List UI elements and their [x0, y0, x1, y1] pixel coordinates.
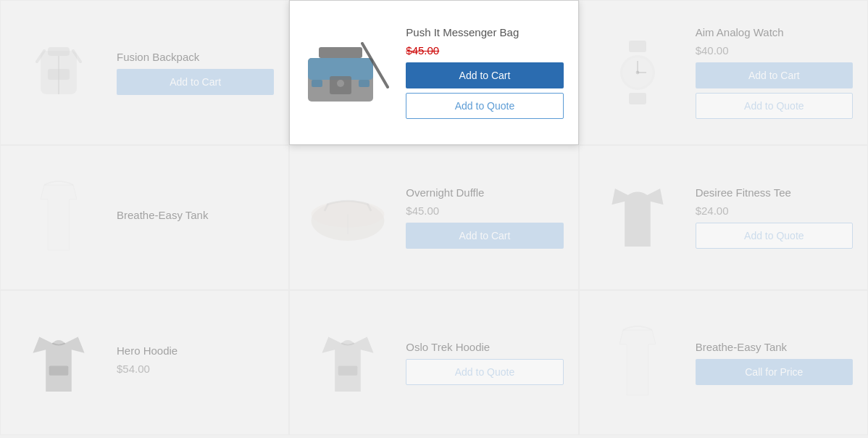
svg-rect-15	[629, 93, 646, 104]
product-name-aim-analog-watch: Aim Analog Watch	[696, 26, 853, 38]
product-card-push-it-messenger-bag: Push It Messenger Bag$45.00Add to CartAd…	[289, 0, 578, 145]
product-name-breathe-easy-tank-1: Breathe-Easy Tank	[117, 209, 274, 221]
product-grid: Fusion BackpackAdd to Cart Push It Messe…	[0, 0, 868, 438]
product-image-breathe-easy-tank-2	[594, 319, 681, 406]
svg-rect-13	[359, 80, 370, 87]
add-to-cart-button-push-it-messenger-bag[interactable]: Add to Cart	[406, 62, 563, 88]
product-name-hero-hoodie: Hero Hoodie	[117, 344, 274, 357]
product-image-overnight-duffle	[304, 174, 391, 261]
product-info-breathe-easy-tank-1: Breathe-Easy Tank	[117, 209, 274, 227]
product-buttons-aim-analog-watch: Add to CartAdd to Quote	[696, 62, 853, 119]
product-price-aim-analog-watch: $40.00	[696, 44, 853, 57]
product-image-aim-analog-watch	[594, 29, 681, 116]
add-to-cart-button-overnight-duffle[interactable]: Add to Cart	[406, 223, 563, 249]
product-buttons-overnight-duffle: Add to Cart	[406, 223, 563, 249]
product-card-fusion-backpack: Fusion BackpackAdd to Cart	[0, 0, 289, 145]
product-info-overnight-duffle: Overnight Duffle$45.00Add to Cart	[406, 186, 563, 249]
product-image-fusion-backpack	[15, 29, 102, 116]
add-to-quote-button-oslo-trek-hoodie[interactable]: Add to Quote	[406, 359, 563, 385]
product-buttons-breathe-easy-tank-2: Call for Price	[696, 359, 853, 385]
product-card-hero-hoodie: Hero Hoodie$54.00	[0, 290, 289, 435]
product-card-breathe-easy-tank-2: Breathe-Easy TankCall for Price	[579, 290, 868, 435]
svg-point-11	[337, 80, 344, 87]
product-buttons-oslo-trek-hoodie: Add to Quote	[406, 359, 563, 385]
svg-point-20	[635, 71, 639, 75]
product-buttons-push-it-messenger-bag: Add to CartAdd to Quote	[406, 62, 563, 119]
add-to-quote-button-desiree-fitness-tee[interactable]: Add to Quote	[696, 223, 853, 249]
product-info-push-it-messenger-bag: Push It Messenger Bag$45.00Add to CartAd…	[406, 26, 563, 119]
product-price-push-it-messenger-bag: $45.00	[406, 44, 563, 57]
product-image-oslo-trek-hoodie	[304, 319, 391, 406]
product-name-breathe-easy-tank-2: Breathe-Easy Tank	[696, 341, 853, 353]
svg-rect-1	[48, 47, 70, 56]
product-card-breathe-easy-tank-1: Breathe-Easy Tank	[0, 145, 289, 290]
svg-rect-3	[48, 69, 70, 80]
product-info-breathe-easy-tank-2: Breathe-Easy TankCall for Price	[696, 341, 853, 385]
product-image-desiree-fitness-tee	[594, 174, 681, 261]
call-for-price-button-breathe-easy-tank-2[interactable]: Call for Price	[696, 359, 853, 385]
product-card-aim-analog-watch: Aim Analog Watch$40.00Add to CartAdd to …	[579, 0, 868, 145]
product-info-oslo-trek-hoodie: Oslo Trek HoodieAdd to Quote	[406, 341, 563, 385]
product-price-overnight-duffle: $45.00	[406, 204, 563, 217]
product-name-overnight-duffle: Overnight Duffle	[406, 186, 563, 199]
product-name-fusion-backpack: Fusion Backpack	[117, 51, 274, 63]
product-card-oslo-trek-hoodie: Oslo Trek HoodieAdd to Quote	[289, 290, 578, 435]
svg-rect-14	[629, 41, 646, 52]
svg-rect-8	[319, 47, 362, 58]
product-image-push-it-messenger-bag	[304, 29, 391, 116]
product-card-overnight-duffle: Overnight Duffle$45.00Add to Cart	[289, 145, 578, 290]
product-info-hero-hoodie: Hero Hoodie$54.00	[117, 344, 274, 381]
product-buttons-fusion-backpack: Add to Cart	[117, 69, 274, 95]
add-to-cart-button-fusion-backpack[interactable]: Add to Cart	[117, 69, 274, 95]
product-image-hero-hoodie	[15, 319, 102, 406]
product-info-desiree-fitness-tee: Desiree Fitness Tee$24.00Add to Quote	[696, 186, 853, 249]
product-price-desiree-fitness-tee: $24.00	[696, 204, 853, 217]
product-price-hero-hoodie: $54.00	[117, 363, 274, 375]
product-name-desiree-fitness-tee: Desiree Fitness Tee	[696, 186, 853, 199]
add-to-quote-button-aim-analog-watch[interactable]: Add to Quote	[696, 93, 853, 119]
product-card-desiree-fitness-tee: Desiree Fitness Tee$24.00Add to Quote	[579, 145, 868, 290]
product-image-breathe-easy-tank-1	[15, 174, 102, 261]
svg-rect-27	[338, 365, 358, 375]
product-info-fusion-backpack: Fusion BackpackAdd to Cart	[117, 51, 274, 95]
product-info-aim-analog-watch: Aim Analog Watch$40.00Add to CartAdd to …	[696, 26, 853, 119]
add-to-quote-button-push-it-messenger-bag[interactable]: Add to Quote	[406, 93, 563, 119]
add-to-cart-button-aim-analog-watch[interactable]: Add to Cart	[696, 62, 853, 88]
product-name-push-it-messenger-bag: Push It Messenger Bag	[406, 26, 563, 38]
svg-rect-26	[49, 365, 69, 375]
product-buttons-desiree-fitness-tee: Add to Quote	[696, 223, 853, 249]
svg-rect-12	[312, 80, 322, 87]
product-name-oslo-trek-hoodie: Oslo Trek Hoodie	[406, 341, 563, 353]
